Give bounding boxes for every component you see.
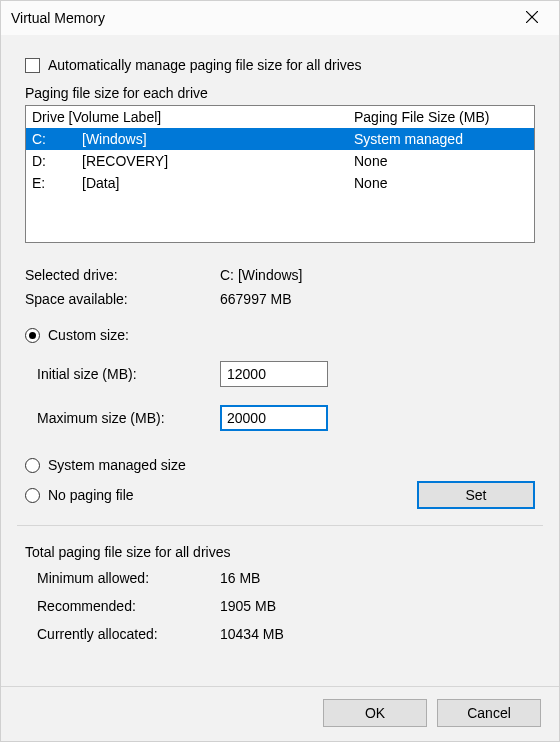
virtual-memory-dialog: Virtual Memory Automatically manage pagi… [0, 0, 560, 742]
system-managed-radio-row[interactable]: System managed size [25, 451, 535, 479]
window-title: Virtual Memory [11, 10, 105, 26]
min-allowed-value: 16 MB [220, 570, 260, 586]
drive-volume-label: [RECOVERY] [82, 153, 354, 169]
set-button[interactable]: Set [417, 481, 535, 509]
maximum-size-label: Maximum size (MB): [25, 410, 220, 426]
recommended-value: 1905 MB [220, 598, 276, 614]
no-paging-radio[interactable] [25, 488, 40, 503]
selected-drive-label: Selected drive: [25, 267, 220, 283]
drive-volume-label: [Windows] [82, 131, 354, 147]
drive-paging-size: System managed [354, 131, 534, 147]
drive-row-c[interactable]: C: [Windows] System managed [26, 128, 534, 150]
system-managed-radio[interactable] [25, 458, 40, 473]
drive-list-rows: C: [Windows] System managed D: [RECOVERY… [26, 128, 534, 242]
currently-allocated-value: 10434 MB [220, 626, 284, 642]
totals-block: Minimum allowed: 16 MB Recommended: 1905… [25, 564, 535, 648]
drive-list[interactable]: Drive [Volume Label] Paging File Size (M… [25, 105, 535, 243]
no-paging-radio-row[interactable]: No paging file [25, 481, 134, 509]
ok-button[interactable]: OK [323, 699, 427, 727]
currently-allocated-label: Currently allocated: [37, 626, 220, 642]
close-button[interactable] [513, 5, 551, 31]
no-paging-label: No paging file [48, 487, 134, 503]
maximum-size-row: Maximum size (MB): [25, 399, 535, 437]
separator [17, 525, 543, 526]
space-available-value: 667997 MB [220, 291, 292, 307]
min-allowed-label: Minimum allowed: [37, 570, 220, 586]
drive-letter: C: [32, 131, 82, 147]
drive-row-d[interactable]: D: [RECOVERY] None [26, 150, 534, 172]
maximum-size-input[interactable] [220, 405, 328, 431]
recommended-label: Recommended: [37, 598, 220, 614]
col-header-drive-label: Drive [Volume Label] [32, 109, 354, 125]
col-header-size: Paging File Size (MB) [354, 109, 534, 125]
initial-size-row: Initial size (MB): [25, 355, 535, 393]
drive-list-header: Drive [Volume Label] Paging File Size (M… [26, 106, 534, 128]
drive-list-heading: Paging file size for each drive [25, 85, 535, 101]
auto-manage-checkbox[interactable] [25, 58, 40, 73]
drive-paging-size: None [354, 153, 534, 169]
auto-manage-row[interactable]: Automatically manage paging file size fo… [25, 57, 535, 73]
drive-paging-size: None [354, 175, 534, 191]
dialog-footer: OK Cancel [1, 686, 559, 741]
custom-size-radio[interactable] [25, 328, 40, 343]
drive-row-e[interactable]: E: [Data] None [26, 172, 534, 194]
selected-info: Selected drive: C: [Windows] Space avail… [25, 263, 535, 311]
drive-letter: D: [32, 153, 82, 169]
drive-letter: E: [32, 175, 82, 191]
custom-size-label: Custom size: [48, 327, 129, 343]
totals-heading: Total paging file size for all drives [25, 544, 535, 560]
initial-size-label: Initial size (MB): [25, 366, 220, 382]
space-available-label: Space available: [25, 291, 220, 307]
auto-manage-label: Automatically manage paging file size fo… [48, 57, 362, 73]
selected-drive-value: C: [Windows] [220, 267, 302, 283]
system-managed-label: System managed size [48, 457, 186, 473]
drive-volume-label: [Data] [82, 175, 354, 191]
cancel-button[interactable]: Cancel [437, 699, 541, 727]
dialog-body: Automatically manage paging file size fo… [1, 35, 559, 686]
initial-size-input[interactable] [220, 361, 328, 387]
titlebar: Virtual Memory [1, 1, 559, 35]
close-icon [526, 10, 538, 26]
custom-size-radio-row[interactable]: Custom size: [25, 321, 535, 349]
